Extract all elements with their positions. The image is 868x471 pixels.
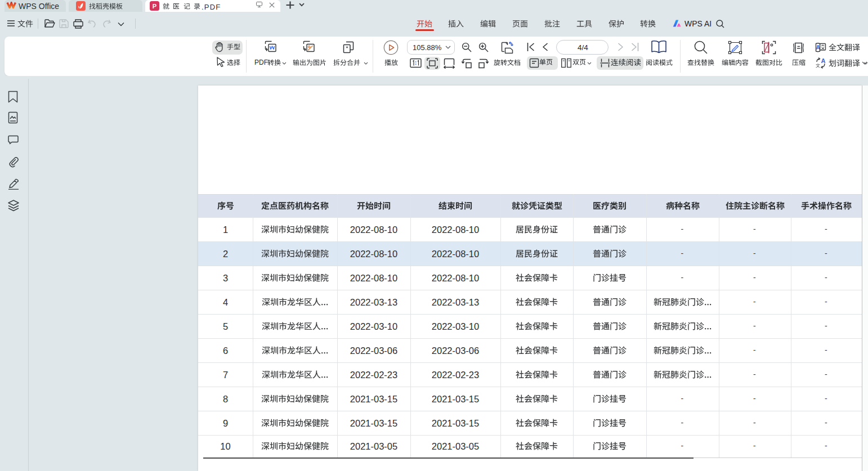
svg-text:A: A (821, 57, 826, 64)
svg-text:P: P (153, 3, 156, 10)
svg-text:A: A (816, 44, 820, 51)
